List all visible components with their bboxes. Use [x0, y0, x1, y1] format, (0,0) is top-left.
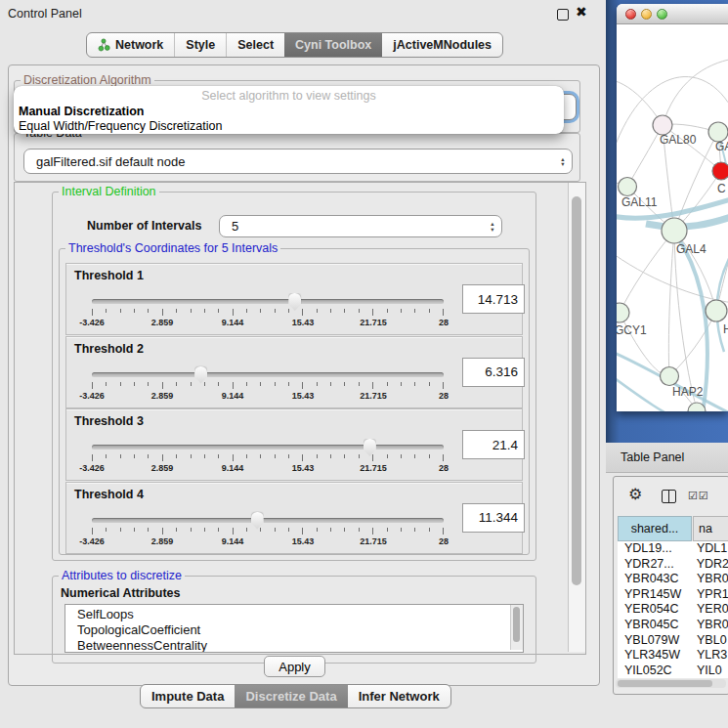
split-column-icon[interactable] [662, 490, 676, 503]
network-node[interactable] [653, 115, 672, 135]
interval-definition-label: Interval Definition [59, 185, 159, 198]
threshold-panel: Threshold 3 -3.4262.8599.14415.4321.7152… [65, 408, 523, 481]
cell-shared-name[interactable]: YIL052C [618, 664, 693, 678]
cell-shared-name[interactable]: YBR045C [618, 618, 693, 633]
tick-label: 21.715 [360, 463, 387, 473]
number-of-intervals-dropdown[interactable]: 5 ▴▾ [219, 215, 502, 237]
cell-name[interactable]: YPR1 [693, 587, 728, 603]
threshold-value-box[interactable]: 14.713 [462, 284, 525, 314]
tab-network[interactable]: Network [87, 33, 174, 57]
network-node[interactable] [706, 300, 727, 321]
slider-ticks [92, 382, 444, 390]
cell-shared-name[interactable]: YER054C [618, 602, 693, 618]
table-row[interactable]: YDR27...YDR2 [618, 557, 728, 573]
cell-name[interactable]: YIL0 [693, 664, 722, 678]
gear-icon[interactable]: ⚙ [628, 487, 642, 502]
table-row[interactable]: YIL052CYIL0 [618, 664, 728, 678]
network-node[interactable] [619, 178, 637, 196]
network-node[interactable] [712, 162, 728, 180]
network-node[interactable] [662, 218, 687, 243]
node-label: GAL11 [621, 195, 658, 209]
tab-cyni-toolbox[interactable]: Cyni Toolbox [284, 33, 382, 57]
dropdown-option-equal-width[interactable]: Equal Width/Frequency Discretization [14, 119, 564, 134]
numerical-attributes-list[interactable]: SelfLoopsTopologicalCoefficientBetweenne… [64, 604, 524, 653]
thresholds-group-label: Threshold's Coordinates for 5 Intervals [65, 241, 280, 255]
cell-shared-name[interactable]: YDR27... [618, 557, 693, 573]
table-row[interactable]: YER054CYER0 [618, 602, 728, 618]
table-hscrollbar[interactable] [616, 679, 726, 688]
cell-shared-name[interactable]: YLR345W [618, 648, 693, 664]
column-header-shared-name[interactable]: shared... [618, 516, 692, 541]
float-window-icon[interactable] [557, 9, 569, 21]
threshold-slider[interactable]: -3.4262.8599.14415.4321.71528 [92, 291, 444, 330]
network-node[interactable] [617, 303, 629, 322]
list-scrollbar-thumb[interactable] [513, 607, 520, 642]
cell-name[interactable]: YLR3 [693, 648, 727, 664]
attribute-item[interactable]: SelfLoops [65, 607, 523, 622]
cell-name[interactable]: YBL0 [693, 633, 727, 649]
table-row[interactable]: YDL19...YDL1 [618, 541, 728, 557]
cell-name[interactable]: YDL1 [693, 541, 727, 557]
slider-track[interactable] [92, 299, 444, 304]
tab-style[interactable]: Style [174, 33, 226, 57]
list-scrollbar[interactable] [510, 605, 523, 650]
table-row[interactable]: YLR345WYLR3 [618, 648, 728, 664]
slider-ticks [92, 454, 444, 462]
cell-shared-name[interactable]: YBR043C [618, 572, 693, 587]
threshold-slider[interactable]: -3.4262.8599.14415.4321.71528 [92, 437, 444, 476]
cell-shared-name[interactable]: YDL19... [618, 541, 693, 557]
column-header-name[interactable]: na [693, 516, 728, 541]
network-canvas[interactable]: GAL80GACGAL11GAL4GCY1HHAP2 [617, 24, 728, 411]
table-row[interactable]: YBR045CYBR0 [618, 618, 728, 633]
network-window-titlebar[interactable] [617, 4, 728, 24]
zoom-traffic-light-icon[interactable] [657, 9, 667, 20]
attributes-group-label: Attributes to discretize [59, 569, 185, 582]
threshold-slider[interactable]: -3.4262.8599.14415.4321.71528 [92, 364, 444, 404]
checkboxes-icon[interactable]: ☑☑ [688, 490, 709, 502]
tab-select[interactable]: Select [226, 33, 284, 57]
table-hscrollbar-thumb[interactable] [618, 680, 712, 687]
panel-scrollbar[interactable] [568, 183, 585, 652]
threshold-label: Threshold 4 [74, 488, 144, 501]
interval-definition-group: Interval Definition Number of Intervals … [52, 192, 536, 561]
stepper-arrows-icon[interactable]: ▴▾ [554, 156, 572, 167]
table-row[interactable]: YBR043CYBR0 [618, 572, 728, 587]
close-icon[interactable]: ✖ [576, 4, 587, 20]
tab-jactivemnodules[interactable]: jActiveMNodules [382, 33, 502, 57]
threshold-panel: Threshold 1 -3.4262.8599.14415.4321.7152… [65, 263, 523, 335]
cell-shared-name[interactable]: YBL079W [618, 633, 693, 649]
number-of-intervals-value: 5 [220, 219, 484, 234]
threshold-value-box[interactable]: 11.344 [462, 503, 525, 533]
close-traffic-light-icon[interactable] [625, 9, 636, 20]
table-row[interactable]: YBL079WYBL0 [618, 633, 728, 649]
cell-name[interactable]: YER0 [693, 602, 728, 618]
dropdown-placeholder: Select algorithm to view settings [14, 89, 564, 105]
attribute-item[interactable]: TopologicalCoefficient [65, 622, 523, 638]
bottom-tab-infer-network[interactable]: Infer Network [348, 685, 450, 707]
table-data-dropdown[interactable]: galFiltered.sif default node ▴▾ [23, 149, 573, 174]
bottom-tab-impute-data[interactable]: Impute Data [141, 685, 235, 707]
panel-title: Control Panel [8, 7, 82, 21]
tick-label: -3.426 [79, 463, 105, 473]
stepper-arrows-icon[interactable]: ▴▾ [484, 221, 501, 232]
slider-track[interactable] [92, 445, 444, 450]
dropdown-option-manual[interactable]: Manual Discretization [14, 105, 564, 119]
cell-name[interactable]: YBR0 [693, 618, 728, 633]
slider-track[interactable] [92, 518, 444, 523]
network-node[interactable] [661, 367, 679, 386]
slider-track[interactable] [92, 372, 444, 377]
attribute-item[interactable]: BetweennessCentrality [65, 638, 523, 653]
threshold-label: Threshold 1 [74, 269, 144, 282]
cell-name[interactable]: YDR2 [693, 557, 728, 573]
cell-name[interactable]: YBR0 [693, 572, 728, 587]
cell-shared-name[interactable]: YPR145W [618, 587, 693, 603]
threshold-value-box[interactable]: 21.4 [462, 430, 525, 459]
network-node[interactable] [708, 122, 728, 142]
minimize-traffic-light-icon[interactable] [641, 9, 652, 20]
panel-scrollbar-thumb[interactable] [572, 196, 581, 585]
bottom-tab-discretize-data[interactable]: Discretize Data [235, 685, 347, 707]
threshold-slider[interactable]: -3.4262.8599.14415.4321.71528 [92, 510, 444, 549]
threshold-value-box[interactable]: 6.316 [462, 358, 525, 387]
apply-button[interactable]: Apply [264, 656, 325, 677]
table-row[interactable]: YPR145WYPR1 [618, 587, 728, 603]
